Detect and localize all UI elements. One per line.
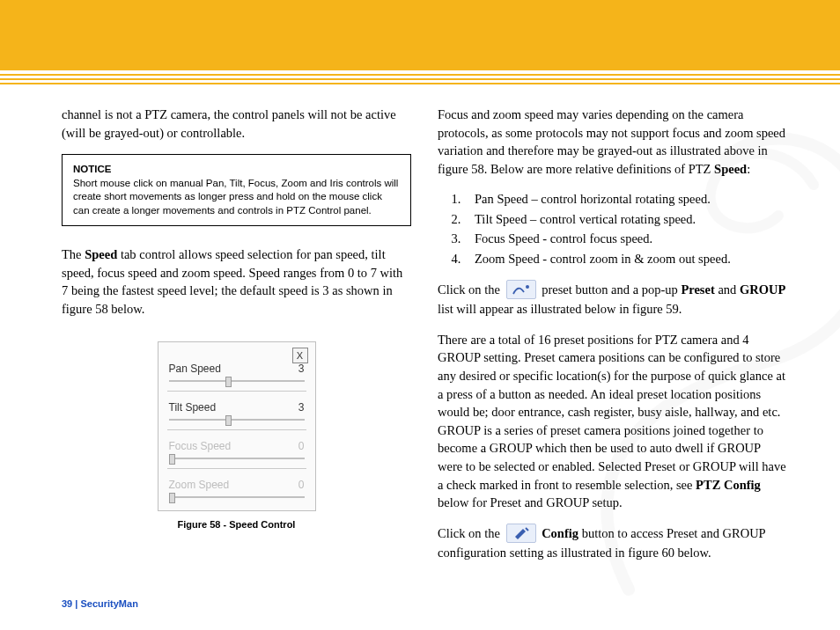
list-item: Focus Speed - control focus speed. bbox=[464, 230, 787, 248]
tilt-speed-row: Tilt Speed 3 bbox=[169, 400, 305, 421]
header-band bbox=[0, 0, 840, 70]
header-rule-2 bbox=[0, 78, 840, 80]
preset-icon[interactable] bbox=[506, 280, 536, 299]
page-footer: 39 | SecurityMan bbox=[62, 598, 138, 609]
header-rule-1 bbox=[0, 74, 840, 76]
tilt-speed-label: Tilt Speed bbox=[169, 400, 217, 415]
tilt-speed-value: 3 bbox=[298, 400, 305, 415]
speed-definitions-list: Pan Speed – control horizontal rotating … bbox=[464, 190, 787, 267]
list-item: Zoom Speed - control zoom in & zoom out … bbox=[464, 250, 787, 268]
zoom-speed-row: Zoom Speed 0 bbox=[169, 478, 305, 498]
svg-point-0 bbox=[526, 285, 529, 289]
config-icon[interactable] bbox=[506, 524, 536, 543]
list-item: Tilt Speed – control vertical rotating s… bbox=[464, 210, 787, 229]
zoom-speed-slider bbox=[169, 496, 305, 498]
focus-speed-label: Focus Speed bbox=[169, 439, 232, 454]
speed-bold: Speed bbox=[85, 247, 117, 261]
notice-body: Short mouse click on manual Pan, Tilt, F… bbox=[73, 178, 398, 216]
close-icon[interactable]: X bbox=[292, 348, 308, 363]
intro-paragraph: channel is not a PTZ camera, the control… bbox=[62, 106, 411, 142]
pan-speed-label: Pan Speed bbox=[169, 362, 221, 377]
pan-speed-row: Pan Speed 3 bbox=[169, 362, 305, 382]
speed-paragraph: The Speed tab control allows speed selec… bbox=[62, 245, 411, 318]
focus-speed-value: 0 bbox=[298, 439, 305, 454]
page-number: 39 bbox=[62, 598, 72, 609]
focus-paragraph: Focus and zoom speed may varies dependin… bbox=[438, 106, 787, 178]
preset-paragraph: Click on the preset button and a pop-up … bbox=[438, 281, 787, 319]
config-paragraph: Click on the Config button to access Pre… bbox=[438, 524, 787, 562]
notice-box: NOTICE Short mouse click on manual Pan, … bbox=[62, 154, 411, 226]
pan-speed-value: 3 bbox=[298, 362, 305, 377]
focus-speed-row: Focus Speed 0 bbox=[169, 439, 305, 459]
group-paragraph: There are a total of 16 preset positions… bbox=[438, 331, 787, 512]
zoom-speed-value: 0 bbox=[298, 478, 305, 493]
ptz-config-bold: PTZ Config bbox=[696, 478, 761, 492]
list-item: Pan Speed – control horizontal rotating … bbox=[464, 190, 787, 209]
pan-speed-slider[interactable] bbox=[169, 380, 305, 382]
notice-title: NOTICE bbox=[73, 164, 111, 174]
zoom-speed-label: Zoom Speed bbox=[169, 478, 230, 493]
figure-caption: Figure 58 - Speed Control bbox=[62, 518, 411, 532]
focus-speed-bold: Speed bbox=[714, 162, 747, 176]
tilt-speed-slider[interactable] bbox=[169, 419, 305, 421]
config-bold: Config bbox=[542, 526, 578, 540]
focus-speed-slider bbox=[169, 458, 305, 459]
footer-brand: SecurityMan bbox=[80, 598, 137, 609]
speed-control-panel: X Pan Speed 3 Tilt Speed 3 bbox=[158, 341, 316, 511]
